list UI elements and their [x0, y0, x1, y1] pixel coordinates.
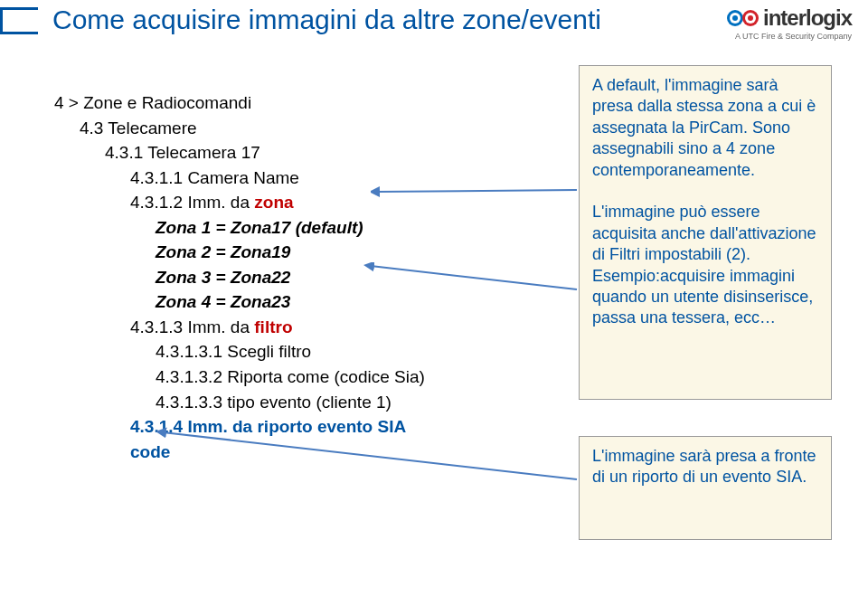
tree-l5-zona2: Zona 2 = Zona19	[156, 240, 443, 265]
tree-l4-imm-da-zona: 4.3.1.2 Imm. da zona	[130, 190, 443, 215]
tree-l5-zona3: Zona 3 = Zona22	[156, 265, 443, 290]
menu-tree: 4 > Zone e Radiocomandi 4.3 Telecamere 4…	[54, 90, 443, 464]
tree-l5-scegli-filtro: 4.3.1.3.1 Scegli filtro	[156, 339, 443, 365]
slide-marker	[0, 7, 38, 34]
tree-l4-imm-da-filtro: 4.3.1.3 Imm. da filtro	[130, 315, 443, 340]
tree-l4-camera-name: 4.3.1.1 Camera Name	[130, 166, 443, 191]
tree-l5-zona1: Zona 1 = Zona17 (default)	[156, 215, 443, 241]
tree-l5-tipo-evento: 4.3.1.3.3 tipo evento (cliente 1)	[156, 390, 443, 415]
tree-l3-telecamera17: 4.3.1 Telecamera 17	[105, 140, 443, 166]
tree-l4c-prefix: 4.3.1.3 Imm. da	[130, 317, 254, 336]
callout-top: A default, l'immagine sarà presa dalla s…	[579, 65, 832, 400]
tree-l2-telecamere: 4.3 Telecamere	[80, 116, 443, 141]
tree-l5-riporta-come: 4.3.1.3.2 Riporta come (codice Sia)	[156, 365, 443, 390]
tree-l4c-red: filtro	[254, 317, 292, 336]
slide-title: Come acquisire immagini da altre zone/ev…	[52, 5, 601, 35]
tree-l5-zona4: Zona 4 = Zona23	[156, 289, 443, 315]
tree-l4-sia-code: 4.3.1.4 Imm. da riporto evento SIA code	[130, 414, 443, 464]
logo-dot-red	[742, 10, 759, 26]
tree-l1: 4 > Zone e Radiocomandi	[54, 90, 443, 116]
logo-dot-blue	[727, 10, 743, 26]
tree-l4b-prefix: 4.3.1.2 Imm. da	[130, 193, 254, 212]
tree-l4b-red: zona	[254, 193, 293, 212]
callout-bottom: L'immagine sarà presa a fronte di un rip…	[579, 436, 832, 540]
logo-row: interlogix	[727, 5, 852, 31]
callout-top-text: A default, l'immagine sarà presa dalla s…	[592, 75, 818, 329]
logo-tagline: A UTC Fire & Security Company	[727, 32, 852, 41]
logo-brand: interlogix	[763, 5, 852, 31]
logo-area: interlogix A UTC Fire & Security Company	[727, 5, 852, 41]
callout-bottom-text: L'immagine sarà presa a fronte di un rip…	[592, 446, 818, 488]
